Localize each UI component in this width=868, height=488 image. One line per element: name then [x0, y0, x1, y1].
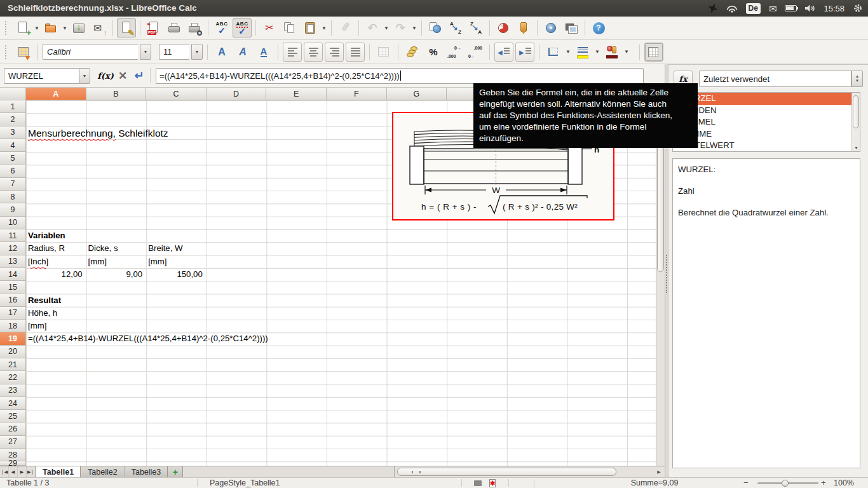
insert-mode-icon[interactable] [474, 480, 482, 486]
open-button[interactable] [41, 18, 60, 37]
help-button[interactable]: ? [589, 18, 608, 37]
row-header-20[interactable]: 20 [0, 346, 26, 358]
row-header-19[interactable]: 19 [0, 332, 26, 345]
align-right-button[interactable] [325, 43, 344, 62]
zoom-in-button[interactable]: + [821, 478, 826, 488]
row-header-12[interactable]: 12 [0, 242, 26, 255]
show-draw-functions-button[interactable] [514, 18, 533, 37]
cell-A16[interactable]: Resultat [26, 294, 61, 307]
email-button[interactable]: ✉↑ [90, 18, 109, 37]
row-header-2[interactable]: 2 [0, 113, 26, 126]
cell-A11[interactable]: Variablen [26, 229, 65, 242]
align-left-button[interactable] [283, 43, 302, 62]
underline-button[interactable]: A [254, 43, 273, 62]
cancel-button[interactable]: ✕ [114, 67, 131, 84]
row-header-15[interactable]: 15 [0, 281, 26, 294]
decrease-indent-button[interactable]: ◀ [494, 43, 513, 62]
row-header-1[interactable]: 1 [0, 100, 26, 113]
function-list-item-formel[interactable]: FORMEL [673, 116, 860, 128]
row-header-13[interactable]: 13 [0, 255, 26, 268]
cell-C13[interactable]: [mm] [146, 255, 166, 268]
row-header-16[interactable]: 16 [0, 294, 26, 307]
function-list-item-summe[interactable]: SUMME [673, 128, 860, 140]
add-decimal-button[interactable]: 0→.000 [445, 43, 464, 62]
cell-A19[interactable]: =((A14*25,4+B14)-WURZEL(((A14*25,4+B14)^… [26, 332, 268, 345]
zoom-level[interactable]: 100% [834, 478, 854, 488]
row-header-6[interactable]: 6 [0, 165, 26, 178]
font-color-button[interactable] [602, 43, 621, 62]
background-color-button[interactable] [573, 43, 592, 62]
cell-A12[interactable]: Radius, R [26, 242, 65, 255]
horizontal-scroll-thumb[interactable] [397, 468, 616, 476]
spellcheck-button[interactable]: ABC✓ [212, 18, 231, 37]
font-name-dropdown[interactable]: ▼ [140, 44, 151, 60]
column-header-G[interactable]: G [387, 88, 447, 100]
name-box-dropdown[interactable]: ▼ [79, 68, 90, 84]
cut-button[interactable]: ✂ [260, 18, 279, 37]
cell-C14[interactable]: 150,00 [146, 268, 205, 281]
sheet-info[interactable]: Tabelle 1 / 3 [6, 478, 49, 488]
horizontal-scrollbar[interactable]: ▶ [394, 466, 665, 477]
font-name-combo[interactable]: Calibri [43, 44, 138, 60]
toolbar-grip[interactable] [5, 45, 10, 59]
new-document-button[interactable]: + [13, 18, 32, 37]
select-all-corner[interactable] [0, 88, 26, 100]
cell-B12[interactable]: Dicke, s [86, 242, 118, 255]
justify-button[interactable] [346, 43, 365, 62]
first-sheet-button[interactable]: ❘◀ [0, 466, 9, 477]
document-modified-icon[interactable]: ✱ [489, 479, 496, 487]
borders-button[interactable] [544, 43, 563, 62]
copy-button[interactable] [280, 18, 299, 37]
sort-ascending-button[interactable]: A↘Z [446, 18, 465, 37]
wifi-icon[interactable] [726, 4, 738, 13]
battery-icon[interactable] [785, 5, 797, 11]
function-category-select[interactable]: Zuletzt verwendet [699, 71, 851, 87]
function-list[interactable]: WURZELRUNDENFORMELSUMMEMITTELWERT▼ [672, 92, 860, 152]
cell-A14[interactable]: 12,00 [26, 268, 85, 281]
row-header-26[interactable]: 26 [0, 423, 26, 436]
accept-button[interactable]: ↵ [131, 67, 147, 84]
row-header-3[interactable]: 3 [0, 126, 26, 139]
row-header-17[interactable]: 17 [0, 307, 26, 320]
list-scroll-down-arrow[interactable]: ▼ [852, 144, 860, 152]
category-spin-buttons[interactable]: ▲▼ [851, 71, 863, 87]
row-header-8[interactable]: 8 [0, 191, 26, 203]
increase-indent-button[interactable]: ▶ [515, 43, 534, 62]
cell-A17[interactable]: Höhe, h [26, 307, 57, 320]
cell-C12[interactable]: Breite, W [146, 242, 182, 255]
edit-mode-button[interactable]: ✎ [117, 18, 136, 37]
borders-dropdown[interactable]: ▼ [565, 49, 571, 55]
print-preview-button[interactable] [185, 18, 204, 37]
function-list-item-mittelwert[interactable]: MITTELWERT [673, 140, 860, 152]
previous-sheet-button[interactable]: ◀ [9, 466, 18, 477]
format-cells-button[interactable] [14, 43, 33, 62]
row-header-18[interactable]: 18 [0, 320, 26, 332]
row-header-7[interactable]: 7 [0, 178, 26, 191]
toolbar-grip[interactable] [5, 21, 10, 35]
workspace-indicator-icon[interactable] [708, 3, 718, 13]
zoom-out-button[interactable]: − [743, 478, 749, 488]
add-sheet-button[interactable]: + [168, 466, 183, 477]
undo-dropdown[interactable]: ▼ [383, 25, 390, 31]
italic-button[interactable]: A [233, 43, 252, 62]
selection-sum[interactable]: Summe=9,09 [620, 478, 689, 488]
row-header-9[interactable]: 9 [0, 203, 26, 216]
zoom-slider-thumb[interactable] [782, 480, 789, 487]
merge-cells-button[interactable] [374, 43, 393, 62]
auto-spellcheck-button[interactable]: ABC✓ [233, 18, 252, 37]
row-header-5[interactable]: 5 [0, 152, 26, 165]
column-header-A[interactable]: A [26, 88, 86, 100]
sidebar-toggle-button[interactable] [644, 43, 663, 62]
cell-A3[interactable]: Mensurberechnung, Schleifklotz [26, 126, 168, 139]
navigator-button[interactable]: ✦ [541, 18, 560, 37]
bold-button[interactable]: A [212, 43, 231, 62]
delete-decimal-button[interactable]: .0000← [466, 43, 485, 62]
row-header-27[interactable]: 27 [0, 436, 26, 449]
function-list-item-runden[interactable]: RUNDEN [673, 105, 860, 117]
row-header-21[interactable]: 21 [0, 358, 26, 371]
row-header-24[interactable]: 24 [0, 397, 26, 410]
column-header-D[interactable]: D [207, 88, 267, 100]
print-button[interactable] [165, 18, 184, 37]
clone-formatting-button[interactable] [336, 18, 355, 37]
align-center-button[interactable] [304, 43, 323, 62]
